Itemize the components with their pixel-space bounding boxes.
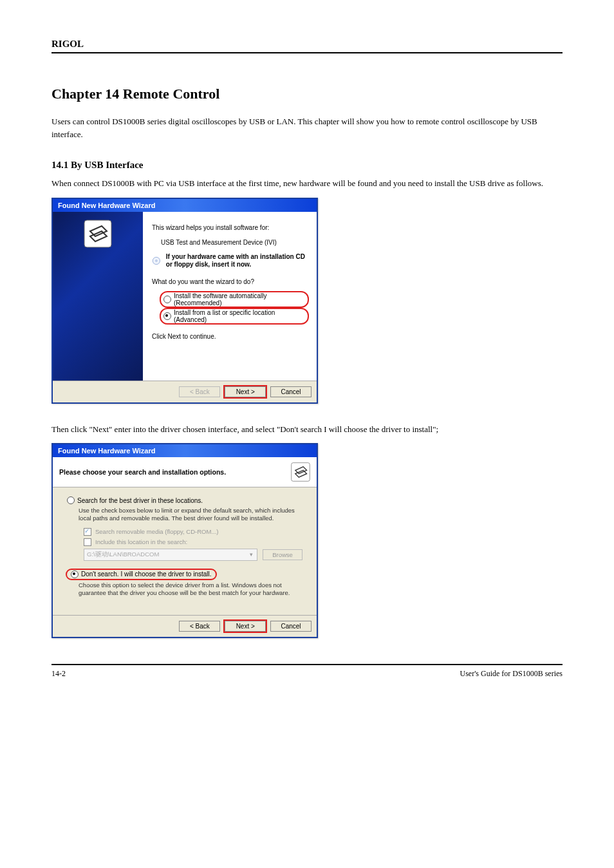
chk-media-label: Search removable media (floppy, CD-ROM..… <box>95 528 218 535</box>
svg-rect-5 <box>292 463 310 482</box>
wizard2-cancel-button[interactable]: Cancel <box>270 621 312 632</box>
opt-nosearch-label: Don't search. I will choose the driver t… <box>81 571 212 578</box>
wizard2-nosearch-desc: Choose this option to select the device … <box>79 581 302 598</box>
path-dropdown: G:\驱动\LAN\BROADCOM ▾ <box>84 549 257 561</box>
wizard1-intro: This wizard helps you install software f… <box>152 223 308 232</box>
page-footer: 14-2 User's Guide for DS1000B series <box>51 664 563 679</box>
wizard2-chk-include: Include this location in the search: <box>84 538 302 546</box>
screenshot-1: Found New Hardware Wizard This wizard he… <box>51 198 563 404</box>
wizard2-search-desc: Use the check boxes below to limit or ex… <box>79 507 302 523</box>
device-icon <box>84 220 112 248</box>
section-p1: When connect DS1000B with PC via USB int… <box>51 177 563 190</box>
wizard1-question: What do you want the wizard to do? <box>152 278 308 286</box>
wizard1-titlebar: Found New Hardware Wizard <box>53 199 317 212</box>
cd-icon <box>152 254 161 268</box>
chapter-title: Chapter 14 Remote Control <box>51 86 563 102</box>
doc-brand: RIGOL <box>51 39 563 53</box>
wizard2-opt-search[interactable]: Search for the best driver in these loca… <box>67 496 302 504</box>
wizard1-opt-list[interactable]: Install from a list or specific location… <box>161 309 308 323</box>
wizard1-next-button[interactable]: Next > <box>225 386 266 397</box>
browse-button: Browse <box>263 549 302 560</box>
radio-icon <box>163 312 171 320</box>
device-icon <box>291 462 310 482</box>
page-number: 14-2 <box>51 669 66 679</box>
wizard2-opt-nosearch[interactable]: Don't search. I will choose the driver t… <box>67 570 216 579</box>
wizard1-back-button: < Back <box>179 386 220 397</box>
radio-icon <box>71 571 79 578</box>
svg-point-4 <box>156 259 158 261</box>
wizard2-heading: Please choose your search and installati… <box>59 468 226 476</box>
section-heading: 14.1 By USB Interface <box>51 160 563 171</box>
opt-list-label: Install from a list or specific location… <box>174 309 305 323</box>
opt-search-label: Search for the best driver in these loca… <box>77 497 203 504</box>
checkbox-icon <box>84 538 91 546</box>
checkbox-icon <box>84 528 91 536</box>
section-p2: Then click "Next" enter into the driver … <box>51 423 563 436</box>
radio-icon <box>163 296 171 303</box>
wizard2-back-button[interactable]: < Back <box>179 621 220 632</box>
wizard1-device: USB Test and Measurement Device (IVI) <box>161 238 308 247</box>
wizard1-cancel-button[interactable]: Cancel <box>270 386 312 397</box>
svg-rect-0 <box>84 220 111 247</box>
opt-auto-label: Install the software automatically (Reco… <box>174 292 305 307</box>
footer-right: User's Guide for DS1000B series <box>460 669 563 679</box>
chevron-down-icon: ▾ <box>250 551 253 558</box>
screenshot-2: Found New Hardware Wizard Please choose … <box>51 443 563 638</box>
wizard1-opt-auto[interactable]: Install the software automatically (Reco… <box>161 292 308 307</box>
wizard1-sidebar-graphic <box>53 212 143 381</box>
wizard2-chk-media: Search removable media (floppy, CD-ROM..… <box>84 528 302 536</box>
wizard1-cd-text: If your hardware came with an installati… <box>166 253 308 269</box>
radio-icon <box>67 496 75 504</box>
wizard1-continue: Click Next to continue. <box>152 332 308 341</box>
wizard2-next-button[interactable]: Next > <box>225 621 266 632</box>
intro-text: Users can control DS1000B series digital… <box>51 115 563 140</box>
path-value: G:\驱动\LAN\BROADCOM <box>87 551 159 559</box>
chk-include-label: Include this location in the search: <box>95 538 187 545</box>
wizard2-titlebar: Found New Hardware Wizard <box>53 444 317 457</box>
